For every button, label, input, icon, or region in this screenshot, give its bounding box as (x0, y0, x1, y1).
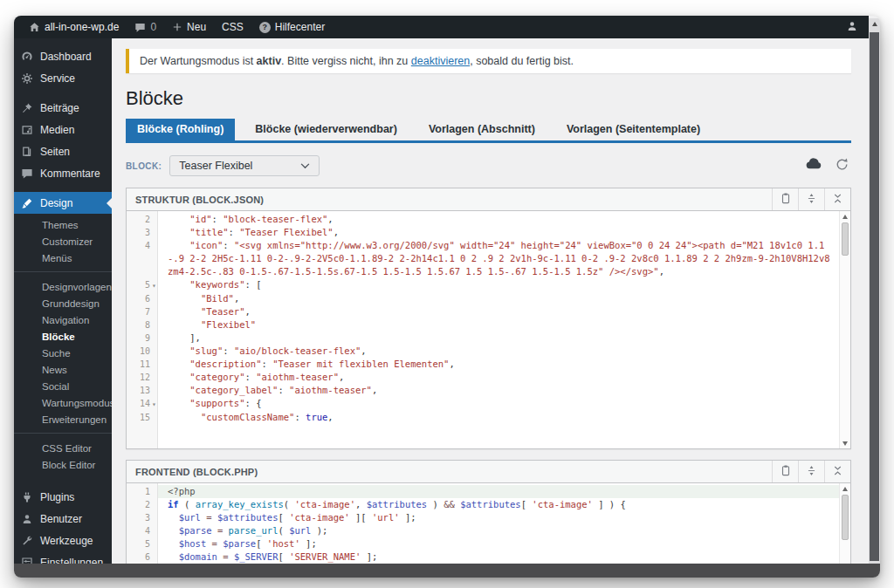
json-panel-title: STRUKTUR (BLOCK.JSON) (127, 195, 264, 205)
line-number: 5 (127, 537, 158, 550)
scroll-up-arrow[interactable] (840, 483, 850, 494)
code-line: 4 $parse = parse_url( $url ); (127, 524, 839, 537)
expand-editor-button[interactable] (798, 461, 824, 482)
sync-icon (835, 157, 849, 175)
code-line: 11 "description": "Teaser mit flexiblen … (127, 358, 839, 371)
editor-scrollbar-thumb[interactable] (842, 495, 849, 540)
line-number: 3 (127, 226, 158, 239)
sidebar-item-benutzer[interactable]: Benutzer (14, 508, 112, 530)
code-text: "category_label": "aiothm-teaser", (158, 384, 839, 397)
cloud-icon (805, 156, 822, 176)
php-code-editor[interactable]: 1<?php2if ( array_key_exists( 'cta-image… (127, 483, 850, 564)
expand-vertical-icon (806, 464, 817, 480)
json-code-editor[interactable]: 2 "id": "block-teaser-flex",3 "title": "… (127, 211, 850, 448)
sidebar-subitem-erweiterungen[interactable]: Erweiterungen (14, 411, 112, 427)
admin-bar-help-menu[interactable]: Hilfecenter (251, 16, 333, 38)
notice-text: Der Wartungsmodus ist (140, 55, 257, 67)
sidebar-subitem-news[interactable]: News (14, 361, 112, 378)
sidebar-item-medien[interactable]: Medien (14, 119, 112, 140)
sidebar-subitem-block-editor[interactable]: Block Editor (14, 456, 112, 473)
page-scroll-up-arrow[interactable] (869, 22, 880, 26)
sidebar-subitem-bloecke[interactable]: Blöcke (14, 328, 112, 345)
line-number: 5▾ (127, 278, 158, 292)
sidebar-item-plugins[interactable]: Plugins (14, 486, 112, 508)
sidebar-subitem-wartungsmodus[interactable]: Wartungsmodus (14, 394, 112, 411)
plug-icon (21, 491, 34, 503)
sidebar-item-beitraege[interactable]: Beiträge (14, 97, 112, 119)
tab-vorlagen-abschnitt[interactable]: Vorlagen (Abschnitt) (417, 119, 547, 140)
sidebar-item-seiten[interactable]: Seiten (14, 140, 112, 162)
help-icon (259, 22, 271, 33)
tab-vorlagen-seitentemplate[interactable]: Vorlagen (Seitentemplate) (555, 119, 712, 140)
chevron-down-icon (300, 163, 310, 169)
json-panel-header: STRUKTUR (BLOCK.JSON) (127, 188, 850, 211)
line-number: 12 (127, 371, 158, 384)
export-cloud-button[interactable] (805, 156, 822, 176)
collapse-editor-button[interactable] (824, 461, 850, 482)
sidebar-item-einstellungen[interactable]: Einstellungen (14, 551, 112, 564)
code-text: "title": "Teaser Flexibel", (158, 226, 839, 239)
submenu-divider (14, 271, 112, 272)
fold-arrow-icon[interactable]: ▾ (150, 279, 158, 292)
admin-bar-comments[interactable]: 0 (127, 16, 164, 38)
sidebar-item-werkzeuge[interactable]: Werkzeuge (14, 530, 112, 551)
submenu-divider (14, 433, 112, 434)
page-scrollbar[interactable] (869, 18, 880, 564)
code-text: "description": "Teaser mit flexiblen Ele… (158, 358, 839, 371)
sidebar-subitem-customizer[interactable]: Customizer (14, 233, 112, 250)
fold-arrow-icon[interactable]: ▾ (150, 398, 158, 411)
sidebar-subitem-themes[interactable]: Themes (14, 216, 112, 233)
sidebar-subitem-designvorlagen[interactable]: Designvorlagen (14, 278, 112, 295)
tab-bloecke-wiederverwendbar[interactable]: Blöcke (wiederverwendbar) (244, 119, 409, 140)
sidebar-subitem-menues[interactable]: Menüs (14, 250, 112, 266)
user-icon[interactable] (846, 20, 858, 35)
line-number: 15 (127, 411, 158, 424)
code-line: 2 "id": "block-teaser-flex", (127, 213, 839, 226)
editor-scrollbar-thumb[interactable] (842, 222, 849, 256)
block-toolbar: BLOCK: Teaser Flexibel (126, 154, 851, 177)
comment-count: 0 (150, 21, 156, 33)
sidebar-item-kommentare[interactable]: Kommentare (14, 162, 112, 184)
copy-button[interactable] (772, 188, 798, 210)
copy-button[interactable] (772, 461, 798, 482)
brush-icon (21, 197, 34, 209)
tab-bloecke-rohling[interactable]: Blöcke (Rohling) (126, 119, 235, 140)
editor-scrollbar[interactable] (839, 483, 850, 564)
editor-scrollbar[interactable] (839, 211, 850, 448)
scroll-down-arrow[interactable] (840, 438, 850, 448)
sidebar-subitem-grunddesign[interactable]: Grunddesign (14, 295, 112, 311)
code-line: 12 "category": "aiothm-teaser", (127, 371, 839, 384)
sidebar-item-label: Dashboard (40, 51, 92, 63)
block-select[interactable]: Teaser Flexibel (169, 155, 320, 176)
deactivate-link[interactable]: deaktivieren (411, 55, 470, 67)
sidebar-item-label: Seiten (40, 146, 70, 158)
page-scrollbar-thumb[interactable] (870, 32, 879, 561)
sidebar-item-design[interactable]: Design (14, 192, 112, 214)
css-menu-label: CSS (222, 21, 244, 33)
expand-editor-button[interactable] (798, 188, 824, 210)
settings-icon (21, 557, 34, 564)
code-line: 2if ( array_key_exists( 'cta-image', $at… (127, 498, 839, 511)
sidebar-item-dashboard[interactable]: Dashboard (14, 45, 112, 67)
sidebar-subitem-navigation[interactable]: Navigation (14, 311, 112, 328)
refresh-button[interactable] (835, 157, 849, 175)
php-panel-header: FRONTEND (BLOCK.PHP) (127, 461, 850, 483)
php-editor-panel: FRONTEND (BLOCK.PHP) 1<?php2if ( array_k… (126, 460, 851, 564)
admin-bar-new-menu[interactable]: Neu (164, 16, 214, 38)
sidebar-subitem-suche[interactable]: Suche (14, 345, 112, 361)
scroll-up-arrow[interactable] (840, 211, 850, 222)
dashboard-icon (21, 51, 34, 63)
code-line: 6 "Bild", (127, 292, 839, 305)
admin-bar-css-menu[interactable]: CSS (214, 16, 251, 38)
user-icon (21, 513, 34, 525)
sidebar-subitem-social[interactable]: Social (14, 378, 112, 394)
content-area: Der Wartungsmodus ist aktiv. Bitte vergi… (112, 38, 869, 564)
line-number: 1 (127, 485, 158, 498)
line-number: 10 (127, 345, 158, 358)
sidebar-subitem-css-editor[interactable]: CSS Editor (14, 440, 112, 456)
collapse-editor-button[interactable] (824, 188, 850, 210)
line-number: 4 (127, 239, 158, 278)
sidebar-item-service[interactable]: Service (14, 67, 112, 89)
tab-bar: Blöcke (Rohling)Blöcke (wiederverwendbar… (126, 119, 851, 143)
admin-bar-site-menu[interactable]: all-in-one-wp.de (21, 16, 127, 38)
